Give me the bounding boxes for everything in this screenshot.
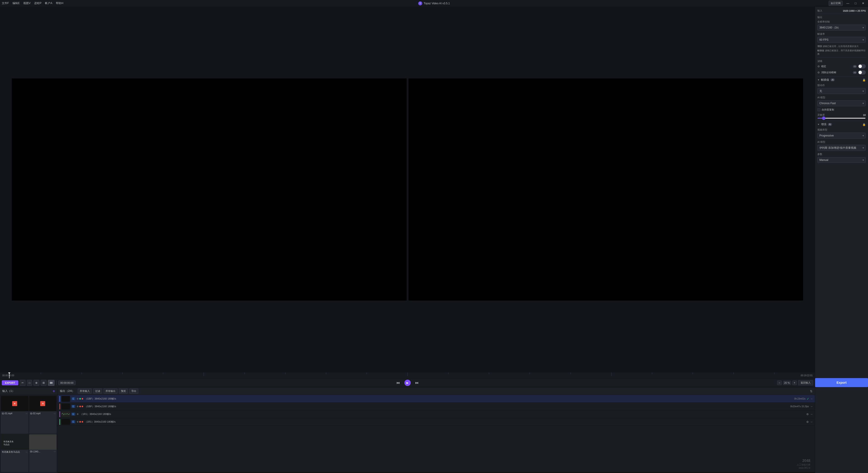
thumb-more-button[interactable]: ··· (26, 451, 27, 453)
thumb-more-button[interactable]: ··· (54, 412, 56, 415)
track-item[interactable]: E⚙（1R1）3840x2160 180帧/s⚙− (58, 418, 815, 426)
zoom-out-button[interactable]: − (777, 381, 782, 385)
video-type-select[interactable]: ProgressiveInterlaced (817, 133, 866, 138)
svg-text:马品品: 马品品 (3, 443, 9, 446)
sort-icon[interactable]: ⇅ (810, 389, 813, 393)
menu-item[interactable]: 视图V (23, 1, 31, 5)
track-settings-icon[interactable]: ⚙ (76, 413, 79, 415)
track-info-text: （GBF）3840x2160 180帧/s (85, 405, 789, 408)
params-label: 参数 (817, 153, 822, 156)
app-title-area: TTopaz Video AI v3.5.1 (418, 1, 450, 5)
web-button[interactable]: 如日官网 (829, 1, 843, 6)
track-status-area: ✓− (807, 397, 813, 401)
track-item[interactable]: E⚙（GBF）3840x2160 180帧/s0h:23m02s✓− (58, 395, 815, 403)
stabilize-toggle[interactable] (858, 64, 866, 68)
timeline-ruler: 00:00:00:0000:19:22:01 (0, 372, 815, 379)
framerate-label: 帧速率 (817, 32, 825, 36)
top-area: 00:00:00:0000:19:22:01EXPORT✂□⊕⊞0000:00:… (0, 7, 868, 387)
boost-ai-model-label: AI 模型 (817, 140, 825, 144)
minimize-button[interactable]: — (844, 1, 851, 6)
output-panel-title: 输出（2/4） (60, 389, 74, 393)
track-remove-button[interactable]: − (810, 419, 813, 424)
checkbox-row[interactable]: 自持度复制 (817, 108, 866, 112)
thumb-more-button[interactable]: ··· (54, 450, 56, 453)
input-label: 输入 (817, 9, 822, 12)
track-color-bar (59, 411, 60, 417)
close-button[interactable]: ✕ (860, 1, 866, 6)
output-action-btn-4[interactable]: 导出 (129, 388, 138, 394)
menu-item[interactable]: 进程P (34, 1, 41, 5)
add-input-button[interactable]: 返回输入 (798, 380, 813, 385)
menu-item[interactable]: 帐户A (45, 1, 52, 5)
export-bottom-button[interactable]: Export (815, 378, 868, 387)
section-lock-icon[interactable]: 🔒 (862, 78, 866, 82)
tool-btn-2[interactable]: ⊕ (33, 380, 39, 386)
video-type-select-wrapper: ProgressiveInterlaced▾ (817, 133, 866, 138)
export-button[interactable]: EXPORT (2, 380, 18, 385)
right-panel: 输入1920:1080 × 25 FPS输出全精率控制3840:2160（1k）… (815, 7, 868, 387)
bottom-section: 输入（1）+✕佐-01.mp4···✕佐-02.mp4···有若象及鱼马品品有若… (0, 387, 868, 473)
params-select[interactable]: ManualAuto (817, 157, 866, 163)
sensitivity-slider[interactable] (817, 118, 866, 119)
params-label-row: 参数 (817, 153, 866, 156)
time-display: 00:00:00:00 (58, 381, 75, 385)
track-list: E⚙（GBF）3840x2160 180帧/s0h:23m02s✓−E⚙（GBF… (58, 395, 815, 472)
track-item[interactable]: E⚙（GBF）3840x2160 180帧/s0h20m47s 15.2fps− (58, 403, 815, 410)
action-label-row: 慢动作 (817, 84, 866, 87)
tool-btn-1[interactable]: □ (27, 380, 32, 386)
section-header-增强[interactable]: ▼增强AI🔒 (817, 123, 866, 126)
track-settings-icon[interactable]: ⚙ (76, 398, 79, 400)
track-remove-button[interactable]: − (810, 404, 813, 409)
framerate-label-row: 帧速率 (817, 32, 866, 36)
action-select-wrapper: 无慢动作 2x慢动作 4x▾ (817, 88, 866, 94)
persist-checkbox[interactable] (817, 108, 820, 111)
track-settings-icon[interactable]: ⚙ (76, 420, 79, 423)
app-title: Topaz Video AI v3.5.1 (424, 2, 450, 5)
timeline-start-time: 00:00:00:00 (2, 374, 14, 377)
action-select[interactable]: 无慢动作 2x慢动作 4x (817, 88, 866, 94)
tool-btn-3[interactable]: ⊞ (41, 380, 46, 386)
output-action-btn-3[interactable]: 预览 (119, 388, 128, 394)
add-file-button[interactable]: + (53, 389, 55, 393)
thumb-more-button[interactable]: ··· (26, 412, 27, 415)
track-remove-button[interactable]: − (810, 412, 813, 416)
remove-motion-blur-toggle[interactable] (858, 70, 866, 74)
boost-ai-model-select-wrapper: 伊利斯 添加增进/低中质量视频▾ (817, 145, 866, 151)
playhead[interactable] (9, 372, 9, 378)
prev-frame-button[interactable]: ⏮ (396, 381, 400, 385)
input-file-thumb[interactable]: 00-1340...··· (29, 434, 57, 472)
input-file-thumb[interactable]: ✕佐-01.mp4··· (1, 396, 29, 434)
play-button[interactable]: ▶ (404, 380, 411, 386)
input-file-thumb[interactable]: ✕佐-02.mp4··· (29, 396, 57, 434)
track-gear-button[interactable]: ⚙ (806, 420, 809, 424)
checkbox-label: 自持度复制 (822, 108, 834, 112)
next-frame-button[interactable]: ⏭ (415, 381, 419, 385)
output-panel: 输出（2/4）所有输入过滤所有输出预览导出⇅E⚙（GBF）3840x2160 1… (58, 387, 815, 473)
track-gear-button[interactable]: ⚙ (806, 412, 809, 416)
track-type-tag: E (71, 413, 75, 416)
menu-item[interactable]: 帮助H (56, 1, 63, 5)
tool-btn-active[interactable]: 00 (48, 380, 54, 386)
menu-item[interactable]: 编辑E (12, 1, 20, 5)
quality-select[interactable]: 3840:2160（1k）1920:1080 (817, 25, 866, 31)
ai-model-label-row: AI 模型 (817, 96, 866, 99)
input-file-thumb[interactable]: 有若象及鱼马品品有若象及鱼马品品··· (1, 434, 29, 472)
framerate-select[interactable]: 60 FPS30 FPS24 FPS (817, 37, 866, 43)
track-settings-icon[interactable]: ⚙ (76, 405, 79, 408)
menu-item[interactable]: 文件F (2, 1, 9, 5)
tool-btn-0[interactable]: ✂ (20, 380, 26, 386)
section-lock-icon[interactable]: 🔒 (862, 123, 866, 126)
output-action-btn-0[interactable]: 所有输入 (78, 388, 92, 394)
track-check-icon[interactable]: ✓ (807, 397, 809, 401)
maximize-button[interactable]: □ (853, 1, 858, 6)
boost-ai-model-select[interactable]: 伊利斯 添加增进/低中质量视频 (817, 145, 866, 151)
output-action-btn-1[interactable]: 过滤 (93, 388, 102, 394)
track-remove-button[interactable]: − (810, 397, 813, 401)
output-action-btn-2[interactable]: 所有输出 (103, 388, 118, 394)
stabilize-badge: AI (853, 65, 857, 68)
ai-model-select[interactable]: Chronos FastChronosApollo (817, 100, 866, 106)
section-header-帧插值[interactable]: ▼帧插值AI🔒 (817, 78, 866, 82)
track-item[interactable]: E⚙（1R1）3840x2160 180帧/s⚙− (58, 410, 815, 418)
zoom-in-button[interactable]: + (792, 381, 797, 385)
thumb-error-icon: ✕ (40, 401, 45, 406)
